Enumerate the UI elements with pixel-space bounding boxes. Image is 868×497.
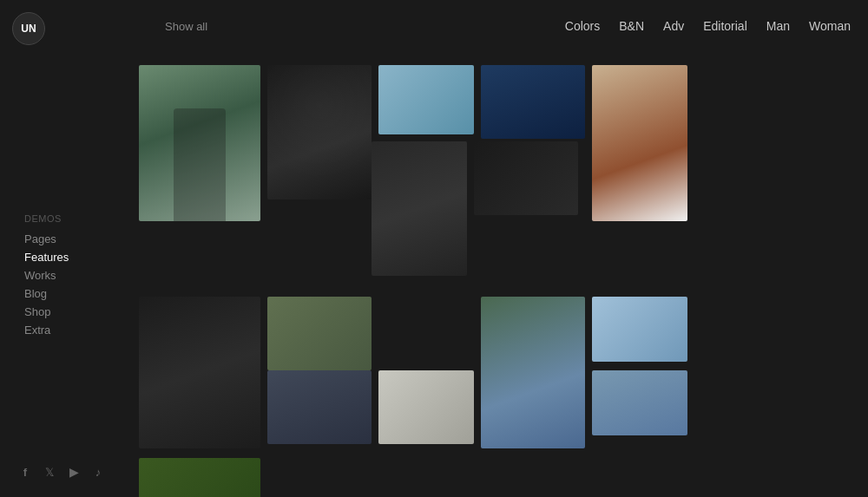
nav-editorial[interactable]: Editorial (703, 19, 747, 33)
main-content (139, 56, 868, 497)
music-icon[interactable]: ♪ (90, 464, 106, 480)
photo-2[interactable] (267, 65, 372, 199)
photo-3[interactable] (378, 65, 474, 134)
photo-15[interactable] (139, 458, 260, 497)
sidebar-item-pages[interactable]: Pages (24, 232, 104, 245)
social-icons: f 𝕏 ▶ ♪ (17, 464, 106, 480)
nav-adv[interactable]: Adv (663, 19, 684, 33)
photo-5[interactable] (592, 65, 687, 221)
show-all-link[interactable]: Show all (165, 20, 207, 33)
photo-4[interactable] (481, 65, 585, 139)
logo[interactable]: UN (12, 12, 45, 45)
photo-6[interactable] (372, 141, 467, 276)
sidebar: Demos Pages Features Works Blog Shop Ext… (0, 52, 104, 497)
sidebar-item-extra[interactable]: Extra (24, 324, 104, 337)
twitter-icon[interactable]: 𝕏 (42, 464, 57, 480)
top-nav: Show all Colors B&N Adv Editorial Man Wo… (0, 0, 868, 52)
youtube-icon[interactable]: ▶ (66, 464, 82, 480)
sidebar-links: Pages Features Works Blog Shop Extra (24, 232, 104, 337)
photo-row-5 (139, 458, 859, 497)
sidebar-item-features[interactable]: Features (24, 251, 104, 264)
photo-1[interactable] (139, 65, 260, 221)
logo-text: UN (21, 23, 36, 35)
photo-grid (139, 65, 859, 497)
sidebar-item-blog[interactable]: Blog (24, 287, 104, 300)
nav-man[interactable]: Man (766, 19, 790, 33)
photo-11[interactable] (481, 297, 585, 448)
sidebar-section-label: Demos (24, 213, 104, 224)
facebook-icon[interactable]: f (17, 464, 33, 480)
nav-colors[interactable]: Colors (565, 19, 600, 33)
nav-bn[interactable]: B&N (619, 19, 644, 33)
photo-7[interactable] (474, 141, 578, 215)
sidebar-item-shop[interactable]: Shop (24, 305, 104, 318)
nav-woman[interactable]: Woman (809, 19, 851, 33)
photo-12[interactable] (267, 370, 372, 444)
photo-13[interactable] (378, 370, 474, 444)
nav-links: Colors B&N Adv Editorial Man Woman (565, 19, 851, 33)
photo-14[interactable] (592, 370, 687, 435)
photo-9[interactable] (267, 297, 372, 370)
photo-10[interactable] (592, 297, 687, 362)
sidebar-item-works[interactable]: Works (24, 269, 104, 282)
photo-8[interactable] (139, 297, 260, 448)
